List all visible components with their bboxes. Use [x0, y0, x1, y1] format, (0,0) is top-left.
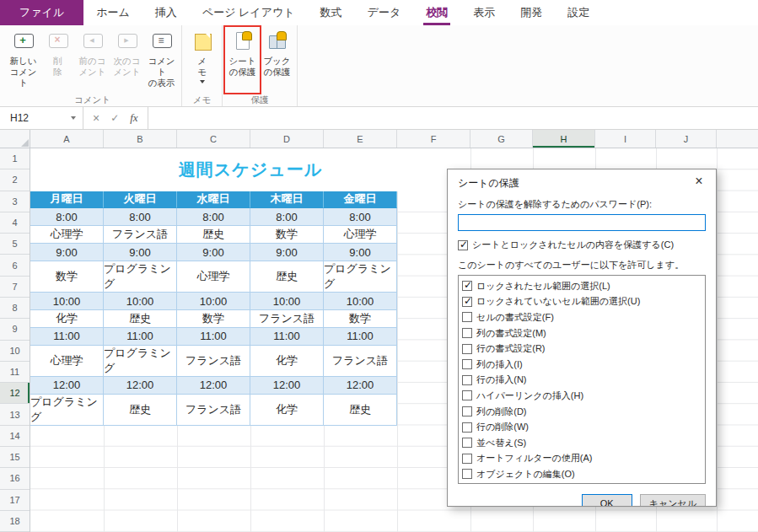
row-header[interactable]: 3 — [0, 191, 30, 212]
cell[interactable]: 歴史 — [104, 310, 177, 328]
cell[interactable]: 10:00 — [30, 293, 104, 310]
row-header[interactable]: 10 — [0, 341, 30, 362]
permission-item[interactable]: 行の書式設定(R) — [460, 341, 703, 357]
cell[interactable]: 9:00 — [30, 244, 104, 261]
row-header[interactable]: 18 — [0, 511, 30, 532]
confirm-entry-icon[interactable]: ✓ — [110, 112, 119, 124]
permission-item[interactable]: 行の削除(W) — [460, 419, 703, 435]
name-box[interactable]: H12 — [0, 107, 83, 129]
cell[interactable]: 化学 — [30, 310, 104, 328]
row-header[interactable]: 8 — [0, 298, 30, 319]
cell[interactable]: プログラミング — [30, 395, 104, 426]
cell[interactable]: 11:00 — [324, 328, 397, 346]
tab-review[interactable]: 校閲 — [413, 0, 460, 25]
cell[interactable]: 心理学 — [324, 226, 397, 244]
day-header-cell[interactable]: 金曜日 — [324, 191, 397, 209]
column-header[interactable]: I — [595, 130, 656, 148]
show-comments-button[interactable]: コメント の表示 — [144, 27, 179, 93]
ok-button[interactable]: OK — [582, 494, 632, 507]
row-header[interactable]: 6 — [0, 255, 30, 276]
permission-item[interactable]: オートフィルターの使用(A) — [460, 451, 703, 467]
tab-settings[interactable]: 設定 — [555, 0, 602, 25]
tab-formulas[interactable]: 数式 — [308, 0, 355, 25]
cell[interactable]: 化学 — [250, 395, 324, 426]
permission-item[interactable]: ロックされたセル範囲の選択(L) — [460, 278, 703, 294]
permission-item[interactable]: ロックされていないセル範囲の選択(U) — [460, 294, 703, 310]
day-header-cell[interactable]: 月曜日 — [30, 191, 104, 209]
row-header[interactable]: 11 — [0, 362, 30, 383]
cell[interactable]: 11:00 — [30, 328, 104, 346]
permission-item[interactable]: ハイパーリンクの挿入(H) — [460, 388, 703, 404]
cell[interactable]: 8:00 — [250, 208, 324, 226]
cell[interactable]: 10:00 — [177, 293, 250, 310]
column-header-selected[interactable]: H — [533, 130, 595, 148]
column-header[interactable]: E — [324, 130, 397, 148]
formula-input[interactable] — [148, 107, 758, 129]
cell[interactable]: 12:00 — [324, 377, 397, 395]
permission-item[interactable]: セルの書式設定(F) — [460, 309, 703, 325]
cell[interactable]: 11:00 — [250, 328, 324, 346]
cancel-button[interactable]: キャンセル — [640, 494, 706, 507]
row-header[interactable]: 9 — [0, 319, 30, 340]
cell[interactable]: 数学 — [250, 226, 324, 244]
close-icon[interactable]: × — [682, 169, 716, 193]
cell[interactable]: 数学 — [324, 310, 397, 328]
protect-contents-checkbox[interactable]: シートとロックされたセルの内容を保護する(C) — [458, 239, 706, 251]
column-header[interactable]: C — [177, 130, 250, 148]
day-header-cell[interactable]: 火曜日 — [104, 191, 177, 209]
row-header[interactable]: 14 — [0, 426, 30, 447]
cell[interactable]: フランス語 — [177, 395, 250, 426]
tab-page-layout[interactable]: ページ レイアウト — [190, 0, 308, 25]
new-comment-button[interactable]: 新しい コメント — [6, 27, 40, 93]
insert-function-icon[interactable]: fx — [130, 111, 137, 125]
cell[interactable]: 心理学 — [30, 346, 104, 377]
permission-item[interactable]: 並べ替え(S) — [460, 435, 703, 451]
cell[interactable]: 歴史 — [250, 261, 324, 293]
memo-dropdown-icon[interactable] — [200, 80, 205, 83]
name-box-dropdown-icon[interactable] — [71, 116, 76, 120]
row-header[interactable]: 7 — [0, 277, 30, 298]
cell[interactable]: 12:00 — [104, 377, 177, 395]
cell[interactable]: 10:00 — [250, 293, 324, 310]
cell[interactable]: プログラミング — [104, 261, 177, 293]
cell[interactable]: 化学 — [250, 346, 324, 377]
permission-item[interactable]: 列の削除(D) — [460, 404, 703, 420]
cell[interactable]: 心理学 — [30, 226, 104, 244]
permission-item[interactable]: 行の挿入(N) — [460, 373, 703, 389]
cell[interactable]: 12:00 — [177, 377, 250, 395]
tab-view[interactable]: 表示 — [460, 0, 508, 25]
cell[interactable]: フランス語 — [324, 346, 397, 377]
cell[interactable]: 8:00 — [324, 208, 397, 226]
tab-home[interactable]: ホーム — [83, 0, 142, 25]
cell[interactable]: 10:00 — [104, 293, 177, 310]
cell[interactable]: 数学 — [30, 261, 104, 293]
permission-item[interactable]: 列の挿入(I) — [460, 357, 703, 373]
column-header[interactable]: A — [30, 130, 104, 148]
cell[interactable]: 9:00 — [324, 244, 397, 261]
tab-file[interactable]: ファイル — [0, 0, 83, 25]
row-header-selected[interactable]: 12 — [0, 383, 30, 404]
cell[interactable]: 歴史 — [177, 226, 250, 244]
cell[interactable]: 8:00 — [30, 208, 104, 226]
cell[interactable]: 歴史 — [104, 395, 177, 426]
permission-item[interactable]: 列の書式設定(M) — [460, 325, 703, 341]
cell[interactable]: 9:00 — [177, 244, 250, 261]
row-header[interactable]: 5 — [0, 234, 30, 255]
row-header[interactable]: 4 — [0, 212, 30, 234]
column-header[interactable]: J — [656, 130, 717, 148]
row-header[interactable]: 13 — [0, 404, 30, 425]
cancel-entry-icon[interactable]: × — [93, 111, 99, 125]
cell[interactable]: 歴史 — [324, 395, 397, 426]
column-header[interactable]: B — [104, 130, 177, 148]
tab-data[interactable]: データ — [355, 0, 414, 25]
column-header[interactable]: G — [470, 130, 533, 148]
day-header-cell[interactable]: 水曜日 — [177, 191, 250, 209]
day-header-cell[interactable]: 木曜日 — [250, 191, 324, 209]
row-header[interactable]: 1 — [0, 148, 30, 169]
permissions-list[interactable]: ロックされたセル範囲の選択(L) ロックされていないセル範囲の選択(U) セルの… — [458, 275, 706, 484]
cell[interactable]: 9:00 — [104, 244, 177, 261]
column-header[interactable]: F — [397, 130, 470, 148]
password-input[interactable] — [458, 214, 706, 231]
protect-workbook-button[interactable]: ブック の保護 — [260, 27, 294, 93]
cell[interactable]: 10:00 — [324, 293, 397, 310]
